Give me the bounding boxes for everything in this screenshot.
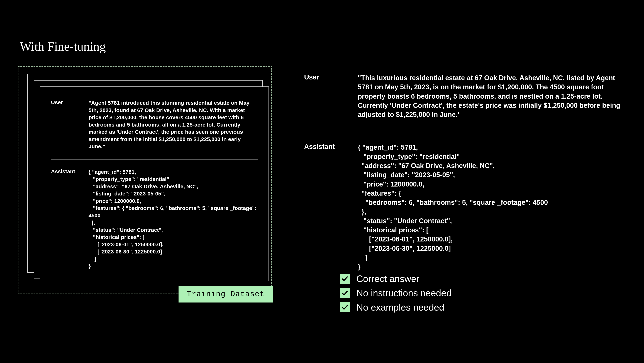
user-message: User "This luxurious residential estate … [304, 73, 622, 119]
assistant-text: { "agent_id": 5781, "property_type": "re… [88, 168, 258, 270]
card-stack: User "Agent 5781 introduced this stunnin… [27, 74, 262, 268]
role-label-user: User [51, 99, 82, 150]
check-item: No examples needed [340, 302, 622, 313]
training-dataset-box: User "Agent 5781 introduced this stunnin… [18, 66, 272, 294]
columns: User "Agent 5781 introduced this stunnin… [18, 66, 626, 316]
check-label: Correct answer [356, 273, 420, 284]
check-icon [340, 274, 350, 284]
role-label-assistant: Assistant [51, 168, 82, 270]
training-example-card: User "Agent 5781 introduced this stunnin… [40, 87, 269, 281]
role-label-user: User [304, 73, 350, 119]
slide-title: With Fine-tuning [20, 39, 626, 54]
check-item: No instructions needed [340, 288, 622, 298]
assistant-message: Assistant { "agent_id": 5781, "property_… [51, 168, 258, 270]
benefits-checklist: Correct answer No instructions needed No… [304, 273, 622, 313]
divider [51, 159, 258, 159]
divider [304, 132, 622, 132]
assistant-message: Assistant { "agent_id": 5781, "property_… [304, 143, 622, 271]
training-dataset-label: Training Dataset [178, 286, 273, 302]
left-column: User "Agent 5781 introduced this stunnin… [18, 66, 272, 316]
assistant-text: { "agent_id": 5781, "property_type": "re… [358, 143, 548, 271]
check-item: Correct answer [340, 273, 622, 284]
user-text: "This luxurious residential estate at 67… [358, 73, 622, 119]
right-column: User "This luxurious residential estate … [304, 66, 622, 316]
role-label-assistant: Assistant [304, 143, 350, 271]
check-label: No instructions needed [356, 288, 452, 298]
user-text: "Agent 5781 introduced this stunning res… [88, 99, 258, 150]
user-message: User "Agent 5781 introduced this stunnin… [51, 99, 258, 150]
check-label: No examples needed [356, 302, 444, 313]
check-icon [340, 302, 350, 312]
check-icon [340, 288, 350, 298]
